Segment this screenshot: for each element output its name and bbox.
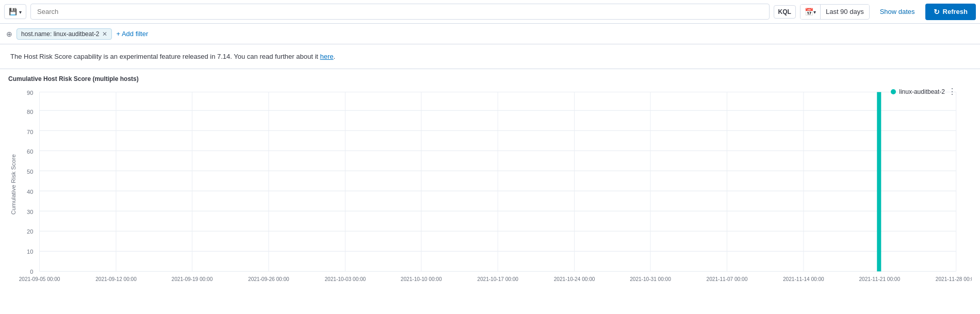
legend-label: linux-auditbeat-2 bbox=[899, 88, 945, 95]
legend-dot bbox=[891, 89, 896, 94]
svg-text:2021-09-26 00:00: 2021-09-26 00:00 bbox=[248, 276, 289, 282]
filter-tag-close[interactable]: ✕ bbox=[102, 30, 107, 38]
show-dates-button[interactable]: Show dates bbox=[874, 5, 921, 19]
time-picker-chevron bbox=[813, 8, 816, 15]
refresh-label: Refresh bbox=[943, 8, 968, 15]
info-banner: The Host Risk Score capability is an exp… bbox=[0, 44, 980, 69]
y-axis: 0 10 20 30 40 50 60 bbox=[27, 90, 956, 275]
filter-tag-text: host.name: linux-auditbeat-2 bbox=[21, 30, 99, 38]
svg-text:30: 30 bbox=[27, 208, 33, 214]
svg-text:80: 80 bbox=[27, 108, 33, 114]
kql-badge[interactable]: KQL bbox=[774, 5, 796, 19]
svg-text:2021-09-05 00:00: 2021-09-05 00:00 bbox=[19, 276, 60, 282]
chart-legend: linux-auditbeat-2 ⋮ bbox=[891, 87, 956, 96]
filter-icon: ⊕ bbox=[6, 30, 12, 38]
svg-text:2021-10-24 00:00: 2021-10-24 00:00 bbox=[554, 276, 595, 282]
chevron-down-icon bbox=[19, 8, 22, 15]
info-link[interactable]: here bbox=[320, 53, 334, 60]
svg-text:40: 40 bbox=[27, 188, 33, 194]
svg-text:@timestamp per 12 hours: @timestamp per 12 hours bbox=[465, 287, 531, 288]
svg-text:2021-11-28 00:00: 2021-11-28 00:00 bbox=[936, 276, 972, 282]
chart-container: Cumulative Host Risk Score (multiple hos… bbox=[0, 69, 980, 288]
svg-text:70: 70 bbox=[27, 128, 33, 135]
calendar-icon[interactable]: 📅 bbox=[801, 5, 821, 19]
svg-text:2021-10-10 00:00: 2021-10-10 00:00 bbox=[401, 276, 442, 282]
svg-text:2021-11-21 00:00: 2021-11-21 00:00 bbox=[859, 276, 900, 282]
svg-text:2021-10-17 00:00: 2021-10-17 00:00 bbox=[477, 276, 518, 282]
svg-text:20: 20 bbox=[27, 228, 33, 234]
search-input[interactable] bbox=[30, 4, 770, 20]
svg-text:0: 0 bbox=[30, 268, 33, 274]
svg-text:10: 10 bbox=[27, 248, 33, 254]
save-icon: 💾 bbox=[9, 8, 17, 15]
svg-text:2021-10-31 00:00: 2021-10-31 00:00 bbox=[630, 276, 671, 282]
info-period: . bbox=[334, 53, 336, 60]
svg-text:50: 50 bbox=[27, 168, 33, 174]
chart-svg: 0 10 20 30 40 50 60 bbox=[8, 87, 972, 288]
x-grid bbox=[40, 92, 956, 272]
svg-text:2021-09-12 00:00: 2021-09-12 00:00 bbox=[95, 276, 137, 282]
refresh-button[interactable]: ↻ Refresh bbox=[925, 4, 976, 20]
time-picker[interactable]: 📅 Last 90 days bbox=[800, 4, 870, 20]
chart-wrapper: linux-auditbeat-2 ⋮ 0 10 20 30 bbox=[8, 87, 972, 288]
chart-title: Cumulative Host Risk Score (multiple hos… bbox=[8, 75, 972, 82]
svg-text:2021-11-14 00:00: 2021-11-14 00:00 bbox=[783, 276, 824, 282]
legend-menu-icon[interactable]: ⋮ bbox=[948, 87, 956, 96]
refresh-icon: ↻ bbox=[934, 8, 940, 16]
svg-text:Cumulative Risk Score: Cumulative Risk Score bbox=[10, 154, 17, 214]
svg-text:2021-11-07 00:00: 2021-11-07 00:00 bbox=[707, 276, 748, 282]
svg-text:2021-09-19 00:00: 2021-09-19 00:00 bbox=[172, 276, 213, 282]
top-bar: 💾 KQL 📅 Last 90 days Show dates ↻ Refres… bbox=[0, 0, 980, 24]
svg-text:60: 60 bbox=[27, 148, 33, 154]
filter-bar: ⊕ host.name: linux-auditbeat-2 ✕ + Add f… bbox=[0, 24, 980, 44]
svg-text:2021-10-03 00:00: 2021-10-03 00:00 bbox=[324, 276, 366, 282]
info-text: The Host Risk Score capability is an exp… bbox=[10, 53, 320, 60]
time-range-label[interactable]: Last 90 days bbox=[821, 5, 869, 19]
saved-query-button[interactable]: 💾 bbox=[4, 4, 26, 19]
filter-tag[interactable]: host.name: linux-auditbeat-2 ✕ bbox=[17, 28, 112, 40]
x-axis: 2021-09-05 00:00 2021-09-12 00:00 2021-0… bbox=[19, 276, 972, 282]
svg-text:90: 90 bbox=[27, 90, 33, 96]
chart-bar bbox=[877, 92, 881, 272]
add-filter-button[interactable]: + Add filter bbox=[116, 30, 148, 38]
